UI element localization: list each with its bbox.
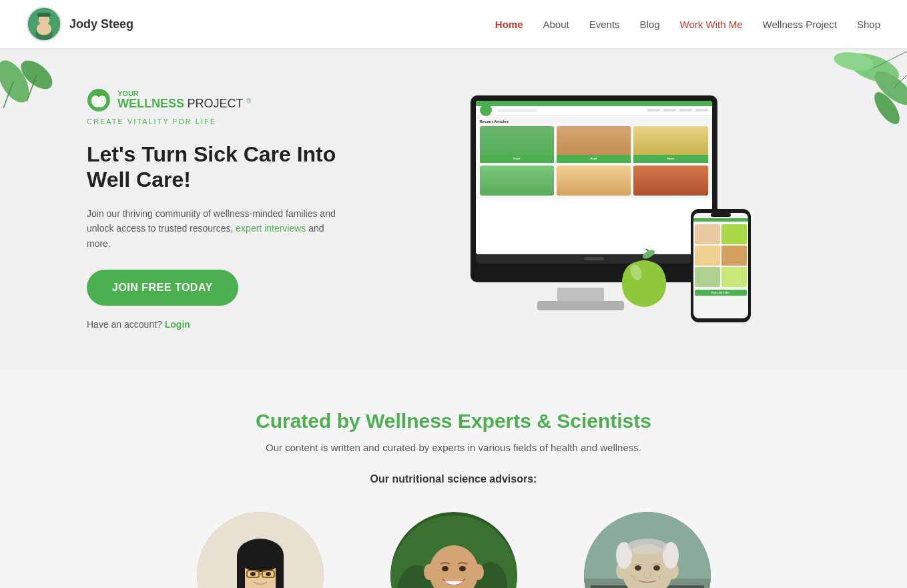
svg-point-72 <box>635 565 641 571</box>
monitor-stand <box>557 288 604 302</box>
site-header: Jody Steeg Home About Events Blog Work W… <box>0 0 907 48</box>
hero-section: 🌿 Your WELLNESS PROJECT ® Create Vitalit… <box>0 48 907 370</box>
apple-decoration <box>617 249 671 309</box>
logo-trademark: ® <box>246 97 251 105</box>
svg-point-71 <box>627 539 667 555</box>
logo-project: PROJECT <box>187 97 243 110</box>
brand: Jody Steeg <box>27 7 133 41</box>
svg-point-3 <box>37 23 51 35</box>
main-nav: Home About Events Blog Work With Me Well… <box>495 19 880 30</box>
hero-subtext: Join our thriving community of wellness-… <box>87 206 340 251</box>
logo-tagline: Create Vitality for Life <box>87 117 367 125</box>
nav-work[interactable]: Work With Me <box>680 19 743 30</box>
phone-mockup: FEEL BETTER <box>691 209 751 322</box>
hero-right-mockup: Recent Articles Read Read <box>367 95 854 322</box>
advisors-title: Our nutritional science advisors: <box>13 473 894 485</box>
login-link[interactable]: Login <box>165 319 190 330</box>
svg-point-52 <box>459 566 466 571</box>
advisor-3 <box>584 512 711 588</box>
nav-blog[interactable]: Blog <box>640 19 660 30</box>
nav-about[interactable]: About <box>543 19 569 30</box>
join-button[interactable]: JOIN FREE TODAY <box>87 270 238 306</box>
avatar <box>27 7 61 41</box>
curated-heading: Curated by Wellness Experts & Scientists <box>13 410 894 432</box>
monitor-base <box>537 301 624 310</box>
svg-point-73 <box>653 565 660 571</box>
logo-wellness: WELLNESS <box>117 97 184 110</box>
nav-events[interactable]: Events <box>589 19 620 30</box>
device-mockup: Recent Articles Read Read <box>471 95 751 322</box>
have-account-text: Have an account? Login <box>87 319 367 330</box>
svg-rect-31 <box>237 555 245 588</box>
logo-text: Your WELLNESS PROJECT ® <box>117 89 251 111</box>
svg-rect-4 <box>37 13 51 17</box>
logo-your: Your <box>117 89 251 97</box>
svg-point-20 <box>641 249 655 260</box>
phone-notch <box>711 213 731 217</box>
hero-left-content: 🌿 Your WELLNESS PROJECT ® Create Vitalit… <box>87 88 367 330</box>
brand-name: Jody Steeg <box>69 17 133 31</box>
svg-point-51 <box>442 566 448 571</box>
hero-expert-link[interactable]: expert interviews <box>236 223 306 234</box>
curated-subtext: Our content is written and curated by ex… <box>13 442 894 453</box>
have-account-label: Have an account? <box>87 319 162 330</box>
advisor-2 <box>390 512 517 588</box>
svg-point-50 <box>473 564 484 580</box>
advisor-3-avatar <box>584 512 711 588</box>
nav-home[interactable]: Home <box>495 19 523 30</box>
phone-screen: FEEL BETTER <box>693 213 748 318</box>
advisors-row <box>13 512 894 588</box>
nav-wellness[interactable]: Wellness Project <box>763 19 837 30</box>
monitor-outer: Recent Articles Read Read <box>471 95 717 282</box>
svg-point-36 <box>250 572 256 576</box>
wellness-logo: 🌿 Your WELLNESS PROJECT ® <box>87 88 367 112</box>
advisor-1-avatar <box>197 512 324 588</box>
svg-point-37 <box>266 572 271 576</box>
monitor-screen: Recent Articles Read Read <box>476 101 712 254</box>
nav-shop[interactable]: Shop <box>857 19 880 30</box>
advisor-2-avatar <box>390 512 517 588</box>
curated-section: Curated by Wellness Experts & Scientists… <box>0 370 907 588</box>
advisor-1 <box>197 512 324 588</box>
svg-rect-32 <box>276 555 284 588</box>
logo-icon: 🌿 <box>87 88 111 112</box>
svg-point-49 <box>424 564 434 580</box>
leaf-top-left-decoration <box>0 48 60 115</box>
hero-headline: Let's Turn Sick Care Into Well Care! <box>87 141 367 193</box>
